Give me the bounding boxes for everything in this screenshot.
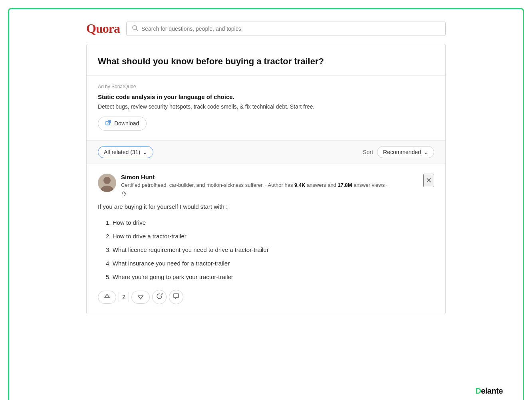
- answer-section: Simon Hunt Certified petrolhead, car-bui…: [87, 164, 445, 314]
- all-related-label: All related (31): [104, 149, 140, 155]
- all-related-button[interactable]: All related (31) ⌄: [98, 146, 153, 158]
- question-title: What should you know before buying a tra…: [98, 55, 434, 67]
- bio-middle: answers and: [306, 182, 338, 188]
- vote-divider-2: [129, 292, 129, 302]
- answer-body: If you are buying it for yourself I woul…: [98, 202, 434, 282]
- downvote-button[interactable]: [131, 291, 150, 304]
- sort-label: Sort: [363, 149, 373, 155]
- close-button[interactable]: ✕: [423, 174, 434, 187]
- answer-intro: If you are buying it for yourself I woul…: [98, 202, 434, 212]
- author-info: Simon Hunt Certified petrolhead, car-bui…: [121, 174, 393, 197]
- download-label: Download: [114, 120, 139, 127]
- question-header: What should you know before buying a tra…: [87, 44, 445, 76]
- list-item: 1. How to drive: [106, 218, 434, 228]
- share-icon: [156, 293, 163, 301]
- filter-right: Sort Recommended ⌄: [363, 146, 434, 158]
- list-item: 5. Where you're going to park your tract…: [106, 272, 434, 282]
- search-input[interactable]: [141, 26, 440, 32]
- recommended-label: Recommended: [383, 149, 421, 155]
- recommended-button[interactable]: Recommended ⌄: [377, 146, 434, 158]
- vote-count: 2: [121, 294, 126, 300]
- author-left: Simon Hunt Certified petrolhead, car-bui…: [98, 174, 393, 197]
- author-answers: 9.4K: [294, 182, 305, 188]
- main-card: What should you know before buying a tra…: [86, 44, 446, 314]
- filter-left: All related (31) ⌄: [98, 146, 153, 158]
- author-bio: Certified petrolhead, car-builder, and m…: [121, 182, 393, 197]
- upvote-icon: [104, 293, 110, 301]
- vote-divider: [119, 292, 119, 302]
- avatar: [98, 174, 116, 192]
- chevron-down-icon: ⌄: [423, 149, 428, 155]
- quora-logo[interactable]: Quora: [86, 21, 120, 36]
- header: Quora: [86, 21, 446, 36]
- svg-line-1: [136, 29, 138, 31]
- answer-list: 1. How to drive2. How to drive a tractor…: [106, 218, 434, 282]
- download-button[interactable]: Download: [98, 117, 147, 131]
- delante-rest: elante: [481, 386, 503, 395]
- search-bar[interactable]: [126, 22, 446, 36]
- author-views: 17.8M: [337, 182, 352, 188]
- bio-prefix: Certified petrolhead, car-builder, and m…: [121, 182, 294, 188]
- external-link-icon: [105, 120, 111, 127]
- ad-description: Detect bugs, review security hotspots, t…: [98, 103, 434, 111]
- upvote-button[interactable]: [98, 291, 116, 304]
- search-icon: [132, 25, 138, 32]
- author-name: Simon Hunt: [121, 174, 393, 180]
- comment-icon: [173, 293, 179, 301]
- ad-label: Ad by SonarQube: [98, 84, 434, 89]
- svg-point-5: [103, 177, 111, 184]
- vote-row: 2: [98, 290, 434, 304]
- list-item: 3. What licence requirement you need to …: [106, 245, 434, 255]
- delante-logo: Delante: [475, 386, 503, 396]
- outer-frame: Quora What should you know before buying…: [8, 8, 524, 400]
- ad-title: Static code analysis in your language of…: [98, 93, 434, 100]
- downvote-icon: [137, 293, 144, 301]
- list-item: 4. What insurance you need for a tractor…: [106, 259, 434, 268]
- answer-author-row: Simon Hunt Certified petrolhead, car-bui…: [98, 174, 434, 197]
- ad-section: Ad by SonarQube Static code analysis in …: [87, 76, 445, 141]
- list-item: 2. How to drive a tractor-trailer: [106, 232, 434, 241]
- share-button[interactable]: [152, 290, 167, 304]
- chevron-down-icon: ⌄: [143, 149, 147, 155]
- delante-d: D: [475, 386, 481, 395]
- comment-button[interactable]: [169, 290, 183, 304]
- filter-bar: All related (31) ⌄ Sort Recommended ⌄: [87, 141, 445, 164]
